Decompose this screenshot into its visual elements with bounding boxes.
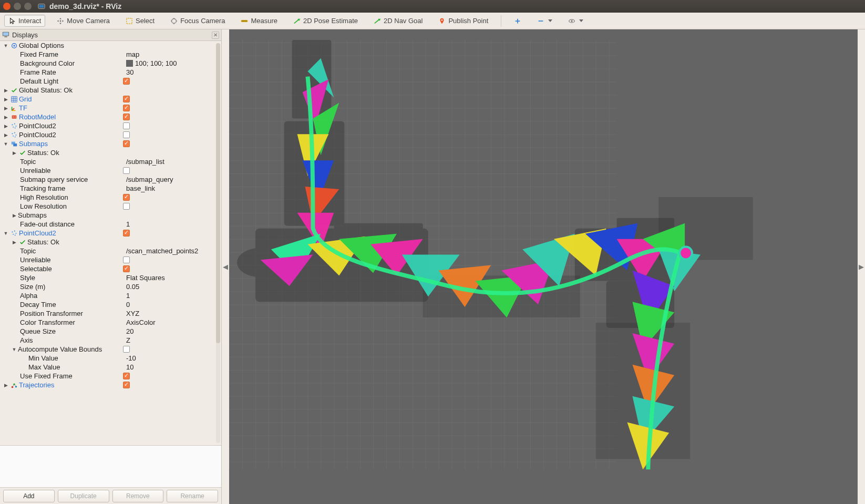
close-icon[interactable] (3, 3, 11, 10)
checkbox[interactable] (123, 131, 130, 138)
tree-item-submaps-child[interactable]: Submaps (0, 211, 221, 220)
visibility-button[interactable] (564, 15, 588, 27)
disclosure-icon[interactable] (3, 88, 8, 93)
prop-value[interactable]: AxisColor (123, 318, 156, 326)
disclosure-icon[interactable] (3, 231, 8, 236)
scrollbar[interactable] (216, 43, 220, 443)
disclosure-icon[interactable] (3, 106, 8, 111)
checkbox[interactable] (123, 105, 130, 111)
disclosure-icon[interactable] (12, 347, 17, 352)
checkbox[interactable] (123, 382, 130, 388)
prop-submaps-topic[interactable]: Topic /submap_list (0, 157, 221, 166)
prop-value[interactable]: 0 (123, 301, 130, 308)
duplicate-button[interactable]: Duplicate (58, 490, 109, 502)
checkbox[interactable] (123, 114, 130, 120)
tree-item-global-status[interactable]: Global Status: Ok (0, 86, 221, 95)
checkbox[interactable] (123, 140, 130, 147)
checkbox[interactable] (123, 230, 130, 236)
prop-value[interactable]: /submap_list (123, 158, 164, 166)
prop-value[interactable]: map (123, 50, 139, 58)
prop-submaps-unreliable[interactable]: Unreliable (0, 166, 221, 175)
prop-frame-rate[interactable]: Frame Rate 30 (0, 68, 221, 77)
checkbox[interactable] (123, 78, 130, 85)
checkbox[interactable] (123, 167, 130, 174)
scroll-thumb[interactable] (216, 43, 220, 343)
interact-button[interactable]: Interact (4, 15, 45, 27)
focus-camera-button[interactable]: Focus Camera (166, 15, 229, 27)
prop-background-color[interactable]: Background Color 100; 100; 100 (0, 59, 221, 68)
tree-item-submaps[interactable]: Submaps (0, 139, 221, 148)
prop-submaps-hires[interactable]: High Resolution (0, 193, 221, 202)
move-camera-button[interactable]: Move Camera (53, 15, 114, 27)
disclosure-icon[interactable] (3, 124, 8, 129)
disclosure-icon[interactable] (12, 150, 17, 156)
tree-item-pointcloud2-c[interactable]: PointCloud2 (0, 229, 221, 238)
checkbox[interactable] (123, 122, 130, 129)
select-button[interactable]: Select (121, 15, 159, 27)
disclosure-icon[interactable] (12, 213, 17, 218)
checkbox[interactable] (123, 203, 130, 210)
minimize-icon[interactable] (14, 3, 21, 10)
prop-pc2c-unreliable[interactable]: Unreliable (0, 255, 221, 264)
disclosure-icon[interactable] (3, 383, 8, 388)
prop-fixed-frame[interactable]: Fixed Frame map (0, 50, 221, 59)
prop-value[interactable]: 10 (123, 363, 133, 371)
tree-item-submaps-status[interactable]: Status: Ok (0, 148, 221, 157)
prop-value[interactable]: 1 (123, 220, 130, 228)
prop-pc2c-postr[interactable]: Position Transformer XYZ (0, 309, 221, 318)
plus-button[interactable] (510, 15, 526, 27)
prop-submaps-fade[interactable]: Fade-out distance 1 (0, 220, 221, 229)
prop-value[interactable]: /submap_query (123, 176, 173, 183)
panel-close-button[interactable]: ✕ (212, 32, 219, 39)
prop-value[interactable]: 1 (123, 292, 130, 300)
prop-value[interactable]: base_link (123, 184, 155, 192)
checkbox[interactable] (123, 346, 130, 353)
checkbox[interactable] (123, 194, 130, 201)
pose-estimate-button[interactable]: 2D Pose Estimate (289, 15, 362, 27)
minus-button[interactable] (533, 15, 557, 27)
prop-value[interactable]: XYZ (123, 310, 139, 317)
prop-pc2c-queue[interactable]: Queue Size 20 (0, 327, 221, 336)
publish-point-button[interactable]: Publish Point (434, 15, 492, 27)
maximize-icon[interactable] (24, 3, 32, 10)
tree-item-robot-model[interactable]: RobotModel (0, 112, 221, 121)
prop-pc2c-alpha[interactable]: Alpha 1 (0, 291, 221, 300)
prop-value[interactable]: 30 (123, 68, 133, 76)
tree-item-global-options[interactable]: Global Options (0, 41, 221, 50)
prop-pc2c-auto[interactable]: Autocompute Value Bounds (0, 345, 221, 354)
tree-item-pointcloud2-a[interactable]: PointCloud2 (0, 121, 221, 130)
prop-submaps-lores[interactable]: Low Resolution (0, 202, 221, 211)
prop-pc2c-selectable[interactable]: Selectable (0, 264, 221, 273)
disclosure-icon[interactable] (3, 97, 8, 102)
checkbox[interactable] (123, 256, 130, 263)
tree-item-pc2c-status[interactable]: Status: Ok (0, 238, 221, 246)
disclosure-icon[interactable] (3, 43, 8, 48)
prop-value[interactable]: -10 (123, 354, 136, 362)
prop-value[interactable]: Flat Squares (123, 274, 165, 282)
measure-button[interactable]: Measure (236, 15, 282, 27)
checkbox[interactable] (123, 373, 130, 379)
prop-submaps-query[interactable]: Submap query service /submap_query (0, 175, 221, 184)
prop-pc2c-topic[interactable]: Topic /scan_matched_points2 (0, 246, 221, 255)
prop-pc2c-min[interactable]: Min Value -10 (0, 354, 221, 363)
prop-value[interactable]: /scan_matched_points2 (123, 247, 198, 255)
tree-item-tf[interactable]: TF (0, 104, 221, 112)
disclosure-icon[interactable] (3, 141, 8, 147)
prop-pc2c-style[interactable]: Style Flat Squares (0, 273, 221, 282)
prop-value[interactable]: 20 (123, 327, 133, 335)
prop-default-light[interactable]: Default Light (0, 77, 221, 86)
rename-button[interactable]: Rename (167, 490, 218, 502)
display-tree[interactable]: Global Options Fixed Frame map Backgroun… (0, 41, 221, 445)
remove-button[interactable]: Remove (112, 490, 164, 502)
disclosure-icon[interactable] (12, 240, 17, 245)
prop-pc2c-decay[interactable]: Decay Time 0 (0, 300, 221, 309)
prop-pc2c-size[interactable]: Size (m) 0.05 (0, 282, 221, 291)
add-button[interactable]: Add (3, 490, 55, 502)
tree-item-grid[interactable]: Grid (0, 95, 221, 104)
tree-item-trajectories[interactable]: Trajectories (0, 380, 221, 389)
3d-viewport[interactable] (229, 29, 858, 504)
tree-item-pointcloud2-b[interactable]: PointCloud2 (0, 130, 221, 139)
checkbox[interactable] (123, 265, 130, 272)
left-splitter[interactable]: ◀ (222, 29, 229, 504)
prop-pc2c-max[interactable]: Max Value 10 (0, 363, 221, 372)
